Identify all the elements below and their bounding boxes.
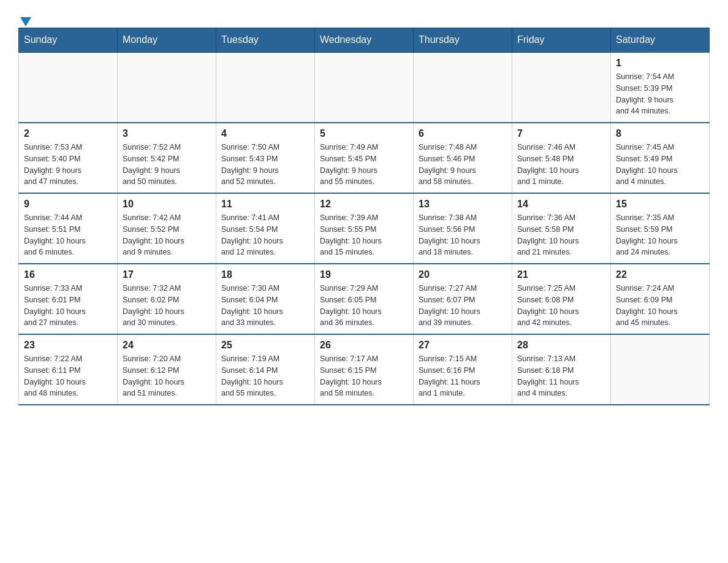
day-info: Sunrise: 7:20 AMSunset: 6:12 PMDaylight:… [123,353,211,399]
calendar-day: 25Sunrise: 7:19 AMSunset: 6:14 PMDayligh… [216,334,315,405]
day-info: Sunrise: 7:53 AMSunset: 5:40 PMDaylight:… [24,142,112,188]
calendar-day: 14Sunrise: 7:36 AMSunset: 5:58 PMDayligh… [512,193,611,264]
day-info: Sunrise: 7:33 AMSunset: 6:01 PMDaylight:… [24,283,112,329]
calendar-day: 3Sunrise: 7:52 AMSunset: 5:42 PMDaylight… [118,123,216,193]
day-number: 18 [221,269,309,280]
calendar-week-2: 2Sunrise: 7:53 AMSunset: 5:40 PMDaylight… [19,123,710,193]
calendar-day [611,334,710,405]
calendar-header-row: SundayMondayTuesdayWednesdayThursdayFrid… [19,28,710,53]
calendar-day: 7Sunrise: 7:46 AMSunset: 5:48 PMDaylight… [512,123,611,193]
day-info: Sunrise: 7:27 AMSunset: 6:07 PMDaylight:… [419,283,507,329]
day-info: Sunrise: 7:13 AMSunset: 6:18 PMDaylight:… [517,353,605,399]
day-number: 16 [24,269,112,280]
day-info: Sunrise: 7:50 AMSunset: 5:43 PMDaylight:… [221,142,309,188]
calendar-day: 2Sunrise: 7:53 AMSunset: 5:40 PMDaylight… [19,123,118,193]
calendar-day: 13Sunrise: 7:38 AMSunset: 5:56 PMDayligh… [414,193,512,264]
day-number: 4 [221,128,309,139]
calendar-day: 26Sunrise: 7:17 AMSunset: 6:15 PMDayligh… [315,334,414,405]
day-info: Sunrise: 7:49 AMSunset: 5:45 PMDaylight:… [320,142,408,188]
calendar-day: 20Sunrise: 7:27 AMSunset: 6:07 PMDayligh… [414,264,512,334]
calendar-day: 8Sunrise: 7:45 AMSunset: 5:49 PMDaylight… [611,123,710,193]
day-number: 21 [517,269,605,280]
day-number: 22 [616,269,704,280]
calendar-day: 5Sunrise: 7:49 AMSunset: 5:45 PMDaylight… [315,123,414,193]
day-info: Sunrise: 7:29 AMSunset: 6:05 PMDaylight:… [320,283,408,329]
day-number: 13 [419,199,507,210]
day-info: Sunrise: 7:30 AMSunset: 6:04 PMDaylight:… [221,283,309,329]
calendar-week-3: 9Sunrise: 7:44 AMSunset: 5:51 PMDaylight… [19,193,710,264]
day-number: 8 [616,128,704,139]
calendar-day: 27Sunrise: 7:15 AMSunset: 6:16 PMDayligh… [414,334,512,405]
calendar-day: 23Sunrise: 7:22 AMSunset: 6:11 PMDayligh… [19,334,118,405]
calendar-day: 17Sunrise: 7:32 AMSunset: 6:02 PMDayligh… [118,264,216,334]
calendar-day [414,52,512,123]
calendar-day: 24Sunrise: 7:20 AMSunset: 6:12 PMDayligh… [118,334,216,405]
calendar-day: 9Sunrise: 7:44 AMSunset: 5:51 PMDaylight… [19,193,118,264]
calendar-day: 21Sunrise: 7:25 AMSunset: 6:08 PMDayligh… [512,264,611,334]
day-header-tuesday: Tuesday [216,28,315,53]
day-info: Sunrise: 7:35 AMSunset: 5:59 PMDaylight:… [616,212,704,258]
day-number: 3 [123,128,211,139]
day-header-wednesday: Wednesday [315,28,414,53]
day-info: Sunrise: 7:32 AMSunset: 6:02 PMDaylight:… [123,283,211,329]
day-number: 12 [320,199,408,210]
day-info: Sunrise: 7:54 AMSunset: 5:39 PMDaylight:… [616,71,704,117]
logo [18,12,31,21]
day-number: 1 [616,58,704,69]
day-number: 2 [24,128,112,139]
day-number: 20 [419,269,507,280]
calendar-week-5: 23Sunrise: 7:22 AMSunset: 6:11 PMDayligh… [19,334,710,405]
calendar-day [512,52,611,123]
day-info: Sunrise: 7:22 AMSunset: 6:11 PMDaylight:… [24,353,112,399]
day-info: Sunrise: 7:39 AMSunset: 5:55 PMDaylight:… [320,212,408,258]
calendar-day: 22Sunrise: 7:24 AMSunset: 6:09 PMDayligh… [611,264,710,334]
calendar-day [118,52,216,123]
day-header-saturday: Saturday [611,28,710,53]
calendar-day [19,52,118,123]
day-number: 10 [123,199,211,210]
day-number: 25 [221,340,309,351]
calendar-day: 16Sunrise: 7:33 AMSunset: 6:01 PMDayligh… [19,264,118,334]
day-info: Sunrise: 7:48 AMSunset: 5:46 PMDaylight:… [419,142,507,188]
day-number: 9 [24,199,112,210]
day-number: 28 [517,340,605,351]
calendar-day: 18Sunrise: 7:30 AMSunset: 6:04 PMDayligh… [216,264,315,334]
calendar-day: 15Sunrise: 7:35 AMSunset: 5:59 PMDayligh… [611,193,710,264]
day-number: 27 [419,340,507,351]
day-info: Sunrise: 7:42 AMSunset: 5:52 PMDaylight:… [123,212,211,258]
day-info: Sunrise: 7:15 AMSunset: 6:16 PMDaylight:… [419,353,507,399]
day-header-friday: Friday [512,28,611,53]
day-number: 6 [419,128,507,139]
day-info: Sunrise: 7:45 AMSunset: 5:49 PMDaylight:… [616,142,704,188]
day-number: 14 [517,199,605,210]
calendar-day: 10Sunrise: 7:42 AMSunset: 5:52 PMDayligh… [118,193,216,264]
calendar-day: 4Sunrise: 7:50 AMSunset: 5:43 PMDaylight… [216,123,315,193]
day-info: Sunrise: 7:36 AMSunset: 5:58 PMDaylight:… [517,212,605,258]
calendar-day [315,52,414,123]
calendar-day: 19Sunrise: 7:29 AMSunset: 6:05 PMDayligh… [315,264,414,334]
day-number: 11 [221,199,309,210]
calendar-day: 11Sunrise: 7:41 AMSunset: 5:54 PMDayligh… [216,193,315,264]
day-header-sunday: Sunday [19,28,118,53]
day-number: 24 [123,340,211,351]
day-number: 7 [517,128,605,139]
day-info: Sunrise: 7:17 AMSunset: 6:15 PMDaylight:… [320,353,408,399]
calendar-day: 28Sunrise: 7:13 AMSunset: 6:18 PMDayligh… [512,334,611,405]
day-number: 26 [320,340,408,351]
logo-triangle-icon [20,17,31,26]
day-header-monday: Monday [118,28,216,53]
day-info: Sunrise: 7:38 AMSunset: 5:56 PMDaylight:… [419,212,507,258]
day-number: 17 [123,269,211,280]
day-info: Sunrise: 7:41 AMSunset: 5:54 PMDaylight:… [221,212,309,258]
day-number: 23 [24,340,112,351]
day-number: 19 [320,269,408,280]
page-header [18,12,710,21]
day-number: 5 [320,128,408,139]
calendar-day: 6Sunrise: 7:48 AMSunset: 5:46 PMDaylight… [414,123,512,193]
day-info: Sunrise: 7:52 AMSunset: 5:42 PMDaylight:… [123,142,211,188]
calendar-week-1: 1Sunrise: 7:54 AMSunset: 5:39 PMDaylight… [19,52,710,123]
day-header-thursday: Thursday [414,28,512,53]
day-info: Sunrise: 7:19 AMSunset: 6:14 PMDaylight:… [221,353,309,399]
calendar-table: SundayMondayTuesdayWednesdayThursdayFrid… [18,28,710,405]
calendar-week-4: 16Sunrise: 7:33 AMSunset: 6:01 PMDayligh… [19,264,710,334]
